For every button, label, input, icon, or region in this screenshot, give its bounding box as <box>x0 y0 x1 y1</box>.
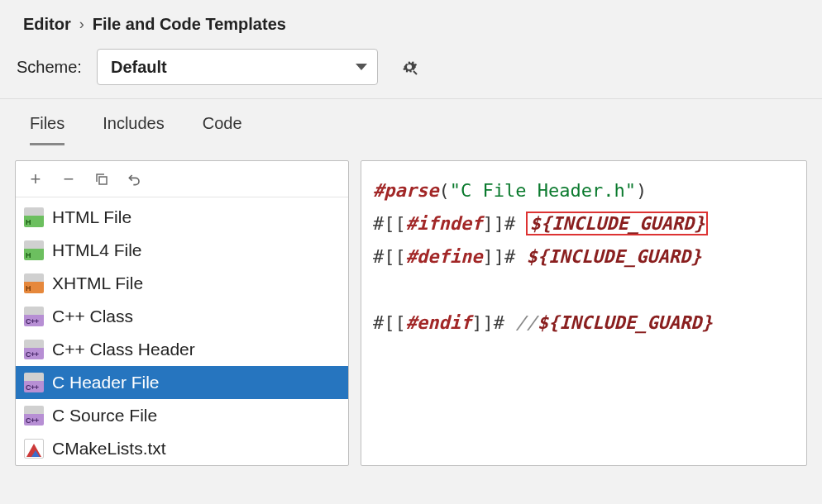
code-token: ( <box>438 180 449 201</box>
code-token: #[[ <box>373 246 406 267</box>
chevron-right-icon: › <box>79 16 84 33</box>
code-token <box>504 312 515 333</box>
gear-icon[interactable] <box>399 57 419 77</box>
tree-item-c-source-file[interactable]: C++ C Source File <box>16 399 348 432</box>
tree-item-label: C Header File <box>52 373 160 392</box>
file-icon: H <box>24 207 44 227</box>
code-token: ${INCLUDE_GUARD} <box>526 246 701 267</box>
tree-item-label: C++ Class <box>52 307 133 326</box>
file-icon: H <box>24 240 44 260</box>
code-token <box>515 246 526 267</box>
copy-button[interactable] <box>92 169 112 189</box>
tree-item-cpp-class-header[interactable]: C++ C++ Class Header <box>16 333 348 366</box>
chevron-down-icon <box>356 64 367 70</box>
tree-item-xhtml-file[interactable]: H XHTML File <box>16 267 348 300</box>
tree-item-html4-file[interactable]: H HTML4 File <box>16 234 348 267</box>
tab-includes[interactable]: Includes <box>103 114 165 145</box>
code-token: #endif <box>406 312 471 333</box>
file-icon: C++ <box>24 340 44 359</box>
split-pane: + − H HTML File H HTML4 File H XHTML Fil… <box>0 145 822 474</box>
code-token: ) <box>636 180 647 201</box>
tree-item-label: C++ Class Header <box>52 340 195 359</box>
tree-item-label: HTML4 File <box>52 240 142 260</box>
code-token <box>515 213 526 234</box>
breadcrumb: Editor › File and Code Templates <box>0 0 822 44</box>
templates-toolbar: + − <box>16 161 348 197</box>
tabs: Files Includes Code <box>0 99 822 145</box>
templates-tree[interactable]: H HTML File H HTML4 File H XHTML File C+… <box>16 197 348 465</box>
code-token: ]]# <box>471 312 504 333</box>
template-editor[interactable]: #parse("C File Header.h")#[[#ifndef]]# $… <box>361 160 807 466</box>
tree-item-cpp-class[interactable]: C++ C++ Class <box>16 300 348 333</box>
scheme-select[interactable]: Default <box>97 49 378 85</box>
tab-files[interactable]: Files <box>30 114 65 145</box>
undo-button[interactable] <box>125 169 145 189</box>
templates-panel: + − H HTML File H HTML4 File H XHTML Fil… <box>15 160 349 466</box>
code-token: #parse <box>373 180 438 201</box>
code-token: #define <box>406 246 483 267</box>
code-token: #ifndef <box>406 213 483 234</box>
file-icon: H <box>24 273 44 293</box>
tree-item-label: XHTML File <box>52 273 143 293</box>
remove-button[interactable]: − <box>59 169 79 189</box>
tree-item-cmakelists[interactable]: CMakeLists.txt <box>16 432 348 465</box>
breadcrumb-root[interactable]: Editor <box>23 15 71 34</box>
tree-item-html-file[interactable]: H HTML File <box>16 201 348 234</box>
file-icon <box>24 439 44 459</box>
code-token: ]]# <box>482 246 515 267</box>
code-token: "C File Header.h" <box>450 180 636 201</box>
file-icon: C++ <box>24 373 44 392</box>
scheme-row: Scheme: Default <box>0 44 822 99</box>
svg-rect-0 <box>99 177 107 184</box>
code-token: ${INCLUDE_GUARD} <box>538 312 713 333</box>
file-icon: C++ <box>24 307 44 326</box>
tree-item-c-header-file[interactable]: C++ C Header File <box>16 366 348 399</box>
code-token: ]]# <box>482 213 515 234</box>
breadcrumb-current: File and Code Templates <box>93 15 286 34</box>
scheme-label: Scheme: <box>17 58 82 77</box>
tree-item-label: C Source File <box>52 406 157 426</box>
include-guard-highlight: ${INCLUDE_GUARD} <box>526 212 708 235</box>
add-button[interactable]: + <box>26 169 45 189</box>
tab-code[interactable]: Code <box>203 114 242 145</box>
code-token: #[[ <box>373 312 406 333</box>
file-icon: C++ <box>24 406 44 426</box>
code-token: #[[ <box>373 213 406 234</box>
code-token: // <box>515 312 538 333</box>
tree-item-label: HTML File <box>52 207 131 227</box>
scheme-value: Default <box>111 58 167 77</box>
tree-item-label: CMakeLists.txt <box>52 439 166 459</box>
